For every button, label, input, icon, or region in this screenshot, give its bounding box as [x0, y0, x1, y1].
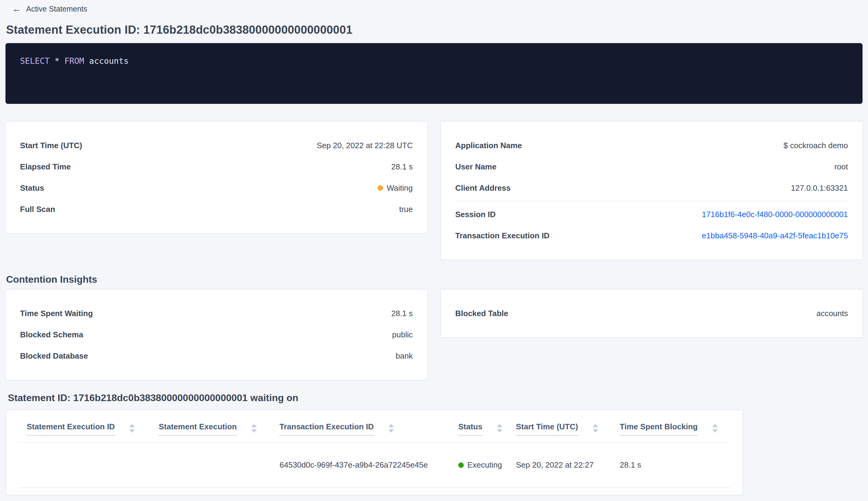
- kv-row-blocked-schema: Blocked Schema public: [20, 324, 413, 345]
- kv-row-time-spent-waiting: Time Spent Waiting 28.1 s: [20, 303, 413, 324]
- kv-label: Time Spent Waiting: [20, 309, 93, 318]
- column-label: Statement Execution: [159, 422, 237, 436]
- kv-row-client-address: Client Address 127.0.0.1:63321: [455, 177, 848, 199]
- table-header-row: Statement Execution ID Statement Executi…: [18, 410, 730, 443]
- kv-label: Start Time (UTC): [20, 141, 82, 150]
- status-value: Waiting: [378, 183, 413, 193]
- sort-icon: [389, 424, 394, 433]
- kv-label: Blocked Schema: [20, 330, 83, 340]
- kv-label: Session ID: [455, 210, 496, 219]
- kv-row-session-id: Session ID 1716b1f6-4e0c-f480-0000-00000…: [455, 204, 848, 225]
- execution-summary-card: Start Time (UTC) Sep 20, 2022 at 22:28 U…: [6, 121, 427, 233]
- kv-label: Blocked Database: [20, 351, 88, 361]
- contention-insights-heading: Contention Insights: [6, 274, 862, 285]
- contention-details-card: Time Spent Waiting 28.1 s Blocked Schema…: [6, 289, 427, 380]
- column-header-time-spent-blocking[interactable]: Time Spent Blocking: [620, 410, 730, 443]
- card-divider: [455, 201, 848, 201]
- kv-value: bank: [396, 351, 413, 361]
- status-waiting-dot-icon: [378, 185, 383, 191]
- statement-execution-details-page: ← Active Statements Statement Execution …: [0, 0, 868, 501]
- kv-row-status: Status Waiting: [20, 177, 413, 199]
- column-label: Start Time (UTC): [516, 422, 578, 436]
- cell-time-spent-blocking: 28.1 s: [620, 443, 730, 488]
- sort-icon: [251, 424, 257, 433]
- sql-statement-box: SELECT * FROM accounts: [6, 43, 862, 104]
- page-title: Statement Execution ID: 1716b218dc0b3838…: [6, 23, 862, 36]
- kv-value: root: [834, 162, 848, 172]
- cell-transaction-execution-id: 64530d0c-969f-437e-a9b4-26a72245e45e: [280, 443, 458, 488]
- blocked-table-card: Blocked Table accounts: [441, 289, 862, 337]
- kv-label: Status: [20, 183, 44, 193]
- kv-row-user-name: User Name root: [455, 156, 848, 177]
- overview-section: Start Time (UTC) Sep 20, 2022 at 22:28 U…: [6, 121, 862, 259]
- sql-operator: *: [55, 56, 59, 66]
- cell-statement-execution: [159, 443, 280, 488]
- sql-keyword: SELECT: [20, 56, 50, 66]
- sql-table-name: accounts: [89, 56, 129, 66]
- transaction-execution-id-link[interactable]: e1bba458-5948-40a9-a42f-5feac1b10e75: [702, 231, 848, 241]
- column-label: Transaction Execution ID: [280, 422, 374, 436]
- column-header-statement-execution-id[interactable]: Statement Execution ID: [18, 410, 159, 443]
- sort-icon: [129, 424, 135, 433]
- table-row: 64530d0c-969f-437e-a9b4-26a72245e45e Exe…: [18, 443, 730, 488]
- kv-row-elapsed-time: Elapsed Time 28.1 s: [20, 156, 413, 177]
- back-link[interactable]: ← Active Statements: [12, 4, 862, 14]
- column-header-start-time[interactable]: Start Time (UTC): [516, 410, 620, 443]
- kv-value: accounts: [816, 309, 848, 318]
- sort-icon: [593, 424, 598, 433]
- kv-label: Transaction Execution ID: [455, 231, 550, 241]
- kv-value: public: [392, 330, 413, 340]
- back-arrow-icon: ←: [12, 4, 21, 13]
- kv-row-full-scan: Full Scan true: [20, 199, 413, 220]
- column-header-statement-execution[interactable]: Statement Execution: [159, 410, 280, 443]
- kv-value: $ cockroach demo: [784, 141, 848, 150]
- kv-label: Blocked Table: [455, 309, 508, 318]
- kv-value: Sep 20, 2022 at 22:28 UTC: [316, 141, 413, 150]
- sort-icon: [712, 424, 718, 433]
- kv-row-blocked-table: Blocked Table accounts: [455, 303, 848, 324]
- kv-row-start-time: Start Time (UTC) Sep 20, 2022 at 22:28 U…: [20, 135, 413, 156]
- status-text: Waiting: [387, 183, 413, 193]
- kv-value: 127.0.0.1:63321: [791, 183, 848, 193]
- cell-start-time: Sep 20, 2022 at 22:27: [516, 443, 620, 488]
- cell-status: Executing: [458, 443, 516, 488]
- kv-value: true: [399, 205, 413, 214]
- kv-value: 28.1 s: [391, 162, 413, 172]
- kv-label: Client Address: [455, 183, 511, 193]
- back-link-label: Active Statements: [26, 4, 87, 13]
- kv-label: Elapsed Time: [20, 162, 71, 172]
- session-summary-card: Application Name $ cockroach demo User N…: [441, 121, 862, 259]
- column-label: Statement Execution ID: [27, 422, 115, 436]
- kv-value: 28.1 s: [391, 309, 413, 318]
- kv-row-application-name: Application Name $ cockroach demo: [455, 135, 848, 156]
- column-label: Status: [458, 422, 482, 436]
- waiting-on-table-card: Statement Execution ID Statement Executi…: [6, 410, 743, 495]
- sort-icon: [497, 424, 502, 433]
- session-id-link[interactable]: 1716b1f6-4e0c-f480-0000-000000000001: [702, 210, 848, 219]
- waiting-on-heading: Statement ID: 1716b218dc0b38380000000000…: [8, 392, 862, 404]
- kv-row-blocked-database: Blocked Database bank: [20, 345, 413, 366]
- kv-label: Application Name: [455, 141, 522, 150]
- column-label: Time Spent Blocking: [620, 422, 698, 436]
- waiting-on-table: Statement Execution ID Statement Executi…: [18, 410, 730, 488]
- contention-section: Time Spent Waiting 28.1 s Blocked Schema…: [6, 289, 862, 380]
- cell-statement-execution-id: [18, 443, 159, 488]
- kv-row-transaction-execution-id: Transaction Execution ID e1bba458-5948-4…: [455, 225, 848, 246]
- column-header-status[interactable]: Status: [458, 410, 516, 443]
- column-header-transaction-execution-id[interactable]: Transaction Execution ID: [280, 410, 458, 443]
- kv-label: User Name: [455, 162, 497, 172]
- kv-label: Full Scan: [20, 205, 55, 214]
- status-executing-dot-icon: [458, 462, 464, 468]
- sql-keyword: FROM: [64, 56, 84, 66]
- status-text: Executing: [467, 460, 502, 470]
